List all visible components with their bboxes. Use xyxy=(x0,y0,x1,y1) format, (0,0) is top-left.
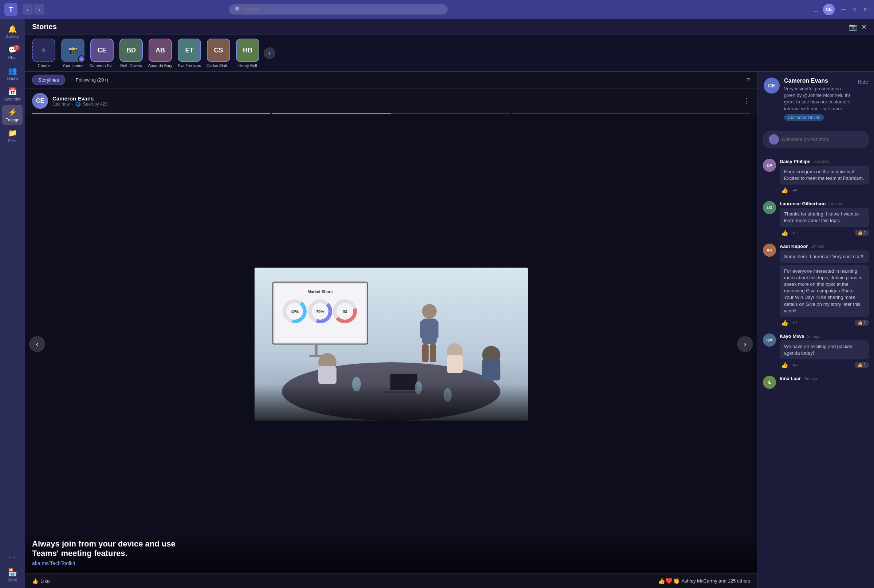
window-controls[interactable]: — □ ✕ xyxy=(839,5,869,14)
comment-item: DP Daisy Phillips Just now Huge congrats… xyxy=(758,155,874,197)
post-time: Just now xyxy=(53,102,69,106)
sidebar-item-files[interactable]: 📁 Files xyxy=(2,126,23,146)
story-create[interactable]: + Create xyxy=(31,39,57,68)
story-overlay: Always join from your device and use Tea… xyxy=(25,532,757,573)
svg-text:Market Share: Market Share xyxy=(307,290,332,294)
comment-like-btn[interactable]: 👍 xyxy=(781,319,788,326)
like-button[interactable]: 👍 Like xyxy=(32,578,50,584)
sidebar-item-more[interactable]: ··· xyxy=(2,551,23,564)
like-bar: 👍 Like 👍❤️👏 Ashley McCarthy and 125 othe… xyxy=(25,573,757,588)
seen-count: Seen by 423 xyxy=(83,102,107,106)
carlos-label: Carlos Slatt... xyxy=(206,63,231,68)
comment-header: KM Kayo Miwa 2m ago We have an exciting … xyxy=(763,333,869,369)
sidebar-item-activity[interactable]: 🔔 Activity xyxy=(2,22,23,42)
maximize-button[interactable]: □ xyxy=(850,5,859,14)
comment-actions: 👍 ↩ 👍 1 xyxy=(780,362,869,369)
create-label: Create xyxy=(38,63,50,68)
story-image: Market Share 42% 79% 93 xyxy=(255,268,528,420)
story-cameron-ev[interactable]: CE Cameron Ev... xyxy=(89,39,115,68)
story-eva-terrazas[interactable]: ET Eva Terrazas xyxy=(176,39,203,68)
see-more-link[interactable]: see more xyxy=(823,106,842,111)
comment-header: AK Aadi Kapoor 1m ago Same here, Laurenc… xyxy=(763,244,869,327)
comment-like-btn[interactable]: 👍 xyxy=(781,362,788,369)
comment-panel: CE Cameron Evans Very insightful present… xyxy=(757,72,874,588)
search-input[interactable] xyxy=(244,6,442,12)
content-area: Stories 📷 ✕ + Create 📸 xyxy=(25,19,874,588)
menu-dots[interactable]: ... xyxy=(813,6,818,14)
comment-item: IL Inna Laar 2m ago xyxy=(758,372,874,393)
comment-reply-btn[interactable]: ↩ xyxy=(793,362,797,369)
title-bar-right: ... CE — □ ✕ xyxy=(813,4,869,15)
close-stories-icon[interactable]: ✕ xyxy=(861,23,867,31)
beth-avatar: BD xyxy=(119,39,143,62)
cameron-wrap: CE xyxy=(90,39,114,62)
comment-actions: 👍 ↩ 👍 1 xyxy=(780,319,869,326)
svg-text:79%: 79% xyxy=(316,309,324,314)
comment-time: Just now xyxy=(814,159,829,164)
comment-text: We have an exciting and packed agenda to… xyxy=(780,340,869,359)
search-bar[interactable]: 🔍 xyxy=(229,4,448,15)
files-icon: 📁 xyxy=(8,129,17,137)
sidebar-item-teams[interactable]: 👥 Teams xyxy=(2,63,23,83)
chat-badge: 1 xyxy=(14,45,20,51)
user-avatar[interactable]: CE xyxy=(823,4,835,15)
comment-input-box[interactable] xyxy=(763,131,869,148)
back-button[interactable]: ‹ xyxy=(23,4,33,15)
camera-icon[interactable]: 📷 xyxy=(849,23,857,31)
henry-avatar: HB xyxy=(236,39,259,62)
comment-reply-btn[interactable]: ↩ xyxy=(793,230,797,236)
filter-options-icon[interactable]: ≡ xyxy=(746,76,750,84)
story-your-stories[interactable]: 📸 + Your stories xyxy=(60,39,86,68)
comment-like-btn[interactable]: 👍 xyxy=(781,187,788,194)
comment-text: Huge congrats on the acquisition! Excite… xyxy=(780,166,869,184)
minimize-button[interactable]: — xyxy=(839,5,848,14)
forward-button[interactable]: › xyxy=(34,4,44,15)
daisy-avatar: DP xyxy=(763,159,776,172)
svg-point-17 xyxy=(422,304,437,319)
sidebar-item-engage[interactable]: ⚡ Engage xyxy=(2,105,23,125)
svg-rect-15 xyxy=(315,344,318,355)
hide-button[interactable]: Hide xyxy=(857,78,868,85)
svg-rect-35 xyxy=(255,384,528,420)
stories-nav-right[interactable]: › xyxy=(264,47,275,59)
story-link[interactable]: aka.ms/TechToolkit xyxy=(32,560,750,566)
comment-input[interactable] xyxy=(782,136,863,142)
comment-author: Inna Laar xyxy=(780,376,801,381)
tab-following[interactable]: Following (20+) xyxy=(69,75,114,85)
comment-author: Kayo Miwa xyxy=(780,333,804,339)
nav-buttons[interactable]: ‹ › xyxy=(23,4,44,15)
more-icon: ··· xyxy=(8,554,16,561)
story-henry-brill[interactable]: HB Henry Brill xyxy=(234,39,261,68)
customer-driven-tag[interactable]: Customer Driven xyxy=(784,114,824,121)
story-prev-button[interactable]: ‹ xyxy=(29,336,45,352)
stories-header: Stories 📷 ✕ xyxy=(25,19,874,35)
story-next-button[interactable]: › xyxy=(737,336,753,352)
comment-meta: Inna Laar 2m ago xyxy=(780,376,869,381)
svg-rect-26 xyxy=(447,355,463,373)
svg-rect-20 xyxy=(433,320,439,339)
comment-input-area xyxy=(758,127,874,152)
comment-time: 1m ago xyxy=(811,244,824,248)
sidebar-item-chat[interactable]: 💬 Chat 1 xyxy=(2,43,23,63)
eva-wrap: ET xyxy=(178,39,201,62)
post-options-icon[interactable]: ⋮ xyxy=(743,96,750,105)
comment-like-btn[interactable]: 👍 xyxy=(781,230,788,236)
sidebar-item-calendar[interactable]: 📅 Calendar xyxy=(2,84,23,104)
current-user-avatar xyxy=(769,134,779,144)
inna-avatar: IL xyxy=(763,376,776,389)
tab-storylines[interactable]: Storylines xyxy=(32,75,65,85)
story-carlos-slatt[interactable]: CS Carlos Slatt... xyxy=(206,39,231,68)
sidebar-item-store[interactable]: 🏪 Store xyxy=(2,565,23,585)
story-amanda-bary[interactable]: AB Amanda Bary xyxy=(147,39,173,68)
comment-item: AK Aadi Kapoor 1m ago Same here, Laurenc… xyxy=(758,240,874,330)
close-button[interactable]: ✕ xyxy=(861,5,869,14)
comment-body: Inna Laar 2m ago xyxy=(780,376,869,382)
comment-author: Aadi Kapoor xyxy=(780,244,808,249)
eva-label: Eva Terrazas xyxy=(178,63,201,68)
comment-reply-btn[interactable]: ↩ xyxy=(793,319,797,326)
engage-icon: ⚡ xyxy=(8,108,17,117)
stories-bar: + Create 📸 + Your stories CE xyxy=(25,35,874,72)
story-beth-davies[interactable]: BD Beth Davies xyxy=(118,39,144,68)
kayo-avatar: KM xyxy=(763,333,776,346)
comment-reply-btn[interactable]: ↩ xyxy=(793,187,797,194)
